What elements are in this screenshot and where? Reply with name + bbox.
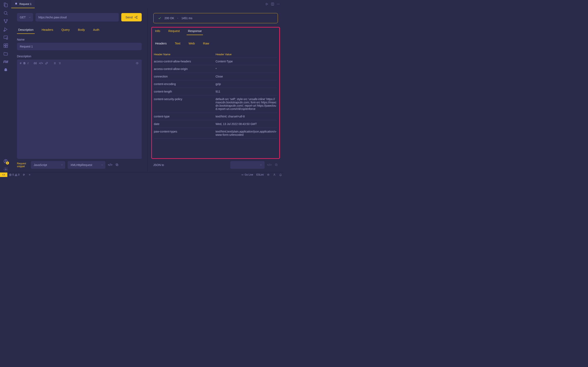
headers-table: Header Name Header Value access-control-… bbox=[154, 51, 277, 157]
method-select[interactable]: GET bbox=[17, 13, 33, 21]
tab-query[interactable]: Query bbox=[60, 27, 71, 34]
snippet-label: Request snippet bbox=[17, 162, 28, 168]
url-input[interactable] bbox=[35, 13, 119, 21]
italic-icon[interactable]: I bbox=[27, 62, 28, 65]
more-icon[interactable] bbox=[277, 2, 280, 6]
preview-eye-icon[interactable] bbox=[136, 62, 139, 65]
table-row: connectionClose bbox=[154, 73, 277, 80]
code-icon[interactable]: </> bbox=[39, 62, 43, 65]
header-value: 911 bbox=[216, 90, 277, 93]
svg-point-47 bbox=[242, 175, 243, 175]
search-icon[interactable] bbox=[3, 10, 9, 16]
tab-auth[interactable]: Auth bbox=[92, 27, 101, 34]
bell-item[interactable] bbox=[277, 173, 284, 176]
svg-point-17 bbox=[5, 169, 6, 170]
run-icon[interactable] bbox=[265, 2, 268, 6]
header-value: Close bbox=[216, 75, 277, 78]
svg-point-16 bbox=[5, 160, 6, 161]
view-text[interactable]: Text bbox=[173, 41, 182, 47]
folder-icon[interactable] bbox=[3, 51, 9, 57]
description-textarea[interactable] bbox=[17, 67, 142, 159]
quote-icon[interactable]: 66 bbox=[34, 62, 37, 65]
feedback-item[interactable] bbox=[271, 173, 277, 176]
json-code-icon[interactable]: </> bbox=[267, 163, 272, 167]
problems-item[interactable]: 0 0 bbox=[7, 173, 21, 176]
numbered-list-icon[interactable]: 1 bbox=[58, 62, 61, 65]
svg-rect-11 bbox=[6, 46, 8, 48]
header-value: * bbox=[216, 67, 277, 71]
json-copy-icon[interactable] bbox=[275, 163, 278, 167]
go-live-item[interactable]: Go Live bbox=[240, 173, 255, 176]
list-icon[interactable] bbox=[53, 62, 56, 65]
remote-explorer-icon[interactable] bbox=[3, 35, 9, 40]
name-input[interactable] bbox=[17, 43, 142, 50]
snippet-copy-icon[interactable] bbox=[115, 163, 119, 167]
snippet-code-icon[interactable]: </> bbox=[108, 163, 112, 167]
target-item[interactable] bbox=[27, 174, 33, 176]
svg-rect-34 bbox=[276, 164, 277, 166]
send-button[interactable]: Send bbox=[121, 13, 141, 21]
json-to-label: JSON to bbox=[153, 163, 164, 167]
request-panel: GET Send Description Headers Query Body … bbox=[11, 8, 148, 172]
view-raw[interactable]: Raw bbox=[202, 41, 210, 47]
header-name: access-control-allow-headers bbox=[154, 60, 216, 63]
view-web[interactable]: Web bbox=[187, 41, 196, 47]
snippet-language-select[interactable]: JavaScript bbox=[31, 161, 65, 169]
tab-description[interactable]: Description bbox=[17, 27, 35, 34]
source-control-icon[interactable] bbox=[3, 18, 9, 24]
svg-marker-5 bbox=[5, 28, 7, 31]
description-label: Description bbox=[17, 55, 142, 58]
extensions-icon[interactable] bbox=[3, 43, 9, 49]
octopus-icon[interactable] bbox=[3, 67, 9, 73]
fm-icon[interactable]: FM bbox=[3, 59, 9, 65]
remote-indicator[interactable] bbox=[0, 173, 7, 177]
response-highlight: Info Request Response Headers Text Web R… bbox=[151, 27, 280, 159]
explorer-icon[interactable] bbox=[3, 2, 9, 8]
status-box: 200 OK • 1451 ms bbox=[153, 13, 278, 23]
header-name: date bbox=[154, 122, 216, 125]
tab-info[interactable]: Info bbox=[154, 28, 162, 35]
tab-body[interactable]: Body bbox=[77, 27, 86, 34]
json-to-select[interactable] bbox=[230, 161, 265, 169]
method-value: GET bbox=[20, 16, 26, 19]
svg-point-4 bbox=[5, 22, 6, 23]
header-value: default-src 'self'; style-src 'unsafe-in… bbox=[216, 98, 277, 110]
lightning-item[interactable] bbox=[21, 174, 27, 176]
svg-rect-32 bbox=[116, 164, 118, 166]
response-bottom-bar: JSON to </> bbox=[153, 159, 278, 172]
response-panel: 200 OK • 1451 ms Info Request Response H… bbox=[148, 8, 284, 172]
description-toolbar: # B I 66 </> 1 bbox=[17, 59, 142, 67]
view-headers[interactable]: Headers bbox=[154, 41, 168, 47]
link-icon[interactable] bbox=[45, 62, 48, 65]
copilot-item[interactable] bbox=[265, 173, 271, 176]
svg-point-31 bbox=[137, 63, 138, 64]
split-editor-icon[interactable] bbox=[271, 2, 274, 6]
tab-request-1[interactable]: Request 1 bbox=[11, 0, 35, 8]
tab-response[interactable]: Response bbox=[187, 28, 203, 35]
svg-rect-33 bbox=[116, 164, 118, 165]
snippet-library-select[interactable]: XMLHttpRequest bbox=[68, 161, 105, 169]
heading-icon[interactable]: # bbox=[20, 62, 21, 65]
debug-icon[interactable] bbox=[3, 26, 9, 32]
table-row: access-control-allow-headersContent-Type bbox=[154, 58, 277, 65]
status-code: 200 OK bbox=[164, 17, 174, 20]
svg-marker-18 bbox=[266, 3, 268, 5]
svg-point-23 bbox=[279, 4, 279, 4]
accounts-icon[interactable]: 1 bbox=[3, 158, 9, 164]
svg-point-42 bbox=[29, 175, 30, 175]
svg-point-21 bbox=[277, 4, 277, 4]
table-row: paw-content-typestext/html,text/plain,ap… bbox=[154, 128, 277, 139]
table-row: content-security-policydefault-src 'self… bbox=[154, 95, 277, 113]
bold-icon[interactable]: B bbox=[24, 62, 26, 65]
send-label: Send bbox=[125, 16, 132, 19]
header-value: text/html; charset=utf-8 bbox=[216, 115, 277, 118]
eslint-item[interactable]: ESLint bbox=[255, 173, 265, 176]
table-row: content-encodinggzip bbox=[154, 80, 277, 88]
table-row: content-length911 bbox=[154, 88, 277, 95]
header-name: content-length bbox=[154, 90, 216, 93]
tab-headers[interactable]: Headers bbox=[40, 27, 54, 34]
tab-request[interactable]: Request bbox=[167, 28, 181, 35]
settings-gear-icon[interactable] bbox=[3, 167, 9, 172]
svg-rect-48 bbox=[268, 174, 269, 175]
svg-point-51 bbox=[274, 174, 275, 175]
